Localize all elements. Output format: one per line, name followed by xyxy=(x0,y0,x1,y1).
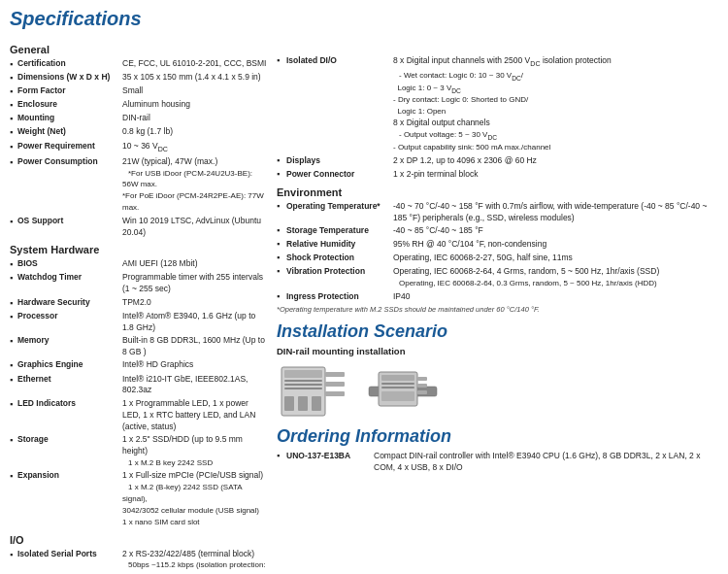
spec-label: Power Requirement xyxy=(17,141,122,152)
install-image-1 xyxy=(277,362,349,421)
spec-value: 1 x 2.5" SSD/HDD (up to 9.5 mm height) 1… xyxy=(122,434,267,469)
spec-row: ▪ Isolated Serial Ports 2 x RS-232/422/4… xyxy=(10,549,267,574)
spec-label: Relative Humidity xyxy=(286,239,393,251)
spec-value: IP40 xyxy=(393,291,718,303)
page-title: Specifications xyxy=(10,8,718,30)
spec-row: ▪ LED Indicators 1 x Programmable LED, 1… xyxy=(10,398,267,433)
install-image-2 xyxy=(364,362,442,421)
spec-label: Hardware Security xyxy=(17,297,122,309)
installation-heading: Installation Scenario xyxy=(277,321,718,342)
ordering-specs: ▪ UNO-137-E13BA Compact DIN-rail control… xyxy=(277,451,718,474)
spec-label: Isolated DI/O xyxy=(286,55,393,67)
spec-label: Power Consumption xyxy=(17,156,122,168)
spec-subvalue: - Output voltage: 5 ~ 30 VDC - Output ca… xyxy=(393,130,550,152)
bullet: ▪ xyxy=(10,297,17,310)
spec-row: ▪ Certification CE, FCC, UL 61010-2-201,… xyxy=(10,58,267,71)
spec-value: 1 x Programmable LED, 1 x power LED, 1 x… xyxy=(122,398,267,433)
svg-rect-1 xyxy=(284,370,322,378)
svg-rect-15 xyxy=(381,387,414,388)
spec-row: ▪ Power Consumption 21W (typical), 47W (… xyxy=(10,156,267,214)
bullet: ▪ xyxy=(10,99,17,112)
spec-label: Expansion xyxy=(17,470,122,482)
spec-value: 2 x RS-232/422/485 (terminal block) 50bp… xyxy=(122,549,267,574)
right-column: ▪ Isolated DI/O 8 x Digital input channe… xyxy=(277,38,718,574)
bullet: ▪ xyxy=(10,272,17,285)
bullet: ▪ xyxy=(10,113,17,125)
spec-label: Displays xyxy=(286,155,393,167)
spec-value: TPM2.0 xyxy=(122,297,267,309)
right-spec-row: ▪ Relative Humidity 95% RH @ 40 °C/104 °… xyxy=(277,239,718,251)
installation-subheading: DIN-rail mounting installation xyxy=(277,346,718,356)
spec-row: ▪ Graphics Engine Intel® HD Graphics xyxy=(10,359,267,372)
bullet: ▪ xyxy=(10,141,17,153)
bullet: ▪ xyxy=(277,155,286,165)
ordering-row: ▪ UNO-137-E13BA Compact DIN-rail control… xyxy=(277,451,718,474)
spec-row: ▪ Watchdog Timer Programmable timer with… xyxy=(10,272,267,295)
spec-subvalue: 1 x M.2 (B-key) 2242 SSD (SATA signal),3… xyxy=(122,483,259,526)
bullet: ▪ xyxy=(10,216,17,228)
left-column: General ▪ Certification CE, FCC, UL 6101… xyxy=(10,38,267,574)
spec-subvalue: Operating, IEC 60068-2-64, 0.3 Grms, ran… xyxy=(399,279,657,287)
spec-label: Ingress Protection xyxy=(286,291,393,303)
spec-label: Weight (Net) xyxy=(17,126,122,138)
svg-rect-3 xyxy=(284,384,322,386)
environment-heading: Environment xyxy=(277,186,718,198)
right-spec-row: ▪ Vibration Protection Operating, IEC 60… xyxy=(277,266,718,289)
bullet: ▪ xyxy=(10,72,17,84)
bullet: ▪ xyxy=(277,169,286,179)
spec-label: Processor xyxy=(17,311,122,322)
spec-row: ▪ BIOS AMI UEFI (128 Mbit) xyxy=(10,258,267,271)
right-spec-row: ▪ Shock Protection Operating, IEC 60068-… xyxy=(277,253,718,264)
system-hardware-specs: ▪ BIOS AMI UEFI (128 Mbit) ▪ Watchdog Ti… xyxy=(10,258,267,527)
svg-rect-8 xyxy=(284,396,294,411)
bullet: ▪ xyxy=(277,253,286,262)
bullet: ▪ xyxy=(10,126,17,139)
spec-row: ▪ Memory Built-in 8 GB DDR3L, 1600 MHz (… xyxy=(10,335,267,358)
io-specs: ▪ Isolated Serial Ports 2 x RS-232/422/4… xyxy=(10,549,267,574)
ordering-model: UNO-137-E13BA xyxy=(286,451,374,460)
spec-label: Vibration Protection xyxy=(286,266,393,278)
spec-value: Intel® Atom® E3940, 1.6 GHz (up to 1.8 G… xyxy=(122,311,267,334)
spec-label: Shock Protection xyxy=(286,253,393,264)
spec-value: 95% RH @ 40 °C/104 °F, non-condensing xyxy=(393,239,718,251)
spec-label: Form Factor xyxy=(17,85,122,97)
general-heading: General xyxy=(10,44,267,55)
spec-value: 2 x DP 1.2, up to 4096 x 2306 @ 60 Hz xyxy=(393,155,718,167)
page-container: Specifications General ▪ Certification C… xyxy=(0,0,728,574)
spec-value: Aluminum housing xyxy=(122,99,267,111)
spec-row: ▪ Storage 1 x 2.5" SSD/HDD (up to 9.5 mm… xyxy=(10,434,267,469)
bullet: ▪ xyxy=(10,549,17,561)
spec-subvalue: 50bps ~115.2 kbps (isolation protection:… xyxy=(122,560,266,574)
bullet: ▪ xyxy=(10,359,17,372)
bullet: ▪ xyxy=(10,374,17,387)
right-spec-row: ▪ Power Connector 1 x 2-pin terminal blo… xyxy=(277,169,718,181)
spec-value: DIN-rail xyxy=(122,113,267,124)
bullet: ▪ xyxy=(10,258,17,271)
spec-row: ▪ Power Requirement 10 ~ 36 VDC xyxy=(10,141,267,155)
ordering-desc: Compact DIN-rail controller with Intel® … xyxy=(374,451,718,474)
spec-value: Built-in 8 GB DDR3L, 1600 MHz (Up to 8 G… xyxy=(122,335,267,358)
spec-label: Storage Temperature xyxy=(286,225,393,237)
bullet: ▪ xyxy=(10,156,17,169)
bullet: ▪ xyxy=(277,201,286,211)
svg-rect-19 xyxy=(417,390,427,394)
svg-rect-4 xyxy=(284,388,322,389)
ordering-heading: Ordering Information xyxy=(277,426,718,447)
spec-label: Power Connector xyxy=(286,169,393,181)
spec-label: Storage xyxy=(17,434,122,446)
spec-row: ▪ Form Factor Small xyxy=(10,85,267,98)
spec-label: Memory xyxy=(17,335,122,347)
spec-subvalue: - Wet contact: Logic 0: 10 ~ 30 VDC/ Log… xyxy=(393,71,528,117)
environment-specs: ▪ Operating Temperature* -40 ~ 70 °C/-40… xyxy=(277,201,718,303)
spec-value: 10 ~ 36 VDC xyxy=(122,141,267,155)
svg-rect-16 xyxy=(381,391,414,401)
bullet: ▪ xyxy=(277,239,286,249)
general-specs: ▪ Certification CE, FCC, UL 61010-2-201,… xyxy=(10,58,267,238)
spec-value: 35 x 105 x 150 mm (1.4 x 4.1 x 5.9 in) xyxy=(122,72,267,84)
bullet: ▪ xyxy=(277,451,286,460)
bullet: ▪ xyxy=(10,58,17,71)
bullet: ▪ xyxy=(277,225,286,235)
spec-label: Isolated Serial Ports xyxy=(17,549,122,560)
spec-value: CE, FCC, UL 61010-2-201, CCC, BSMI xyxy=(122,58,267,70)
svg-rect-14 xyxy=(381,383,414,385)
